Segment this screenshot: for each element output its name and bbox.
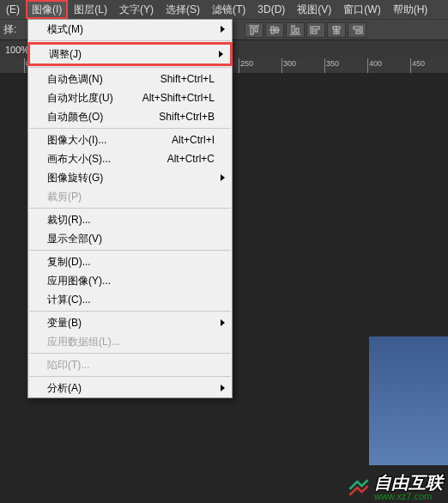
svg-rect-2 — [255, 27, 257, 32]
menu-mode[interactable]: 模式(M) — [28, 20, 232, 39]
image-menu-dropdown: 模式(M) 调整(J) 自动色调(N)Shift+Ctrl+L 自动对比度(U)… — [27, 19, 233, 398]
align-bottom-icon[interactable] — [286, 22, 305, 38]
menu-adjustments[interactable]: 调整(J) — [30, 45, 230, 64]
menu-duplicate[interactable]: 复制(D)... — [28, 252, 232, 271]
align-hcenter-icon[interactable] — [327, 22, 346, 38]
menu-reveal-all[interactable]: 显示全部(V) — [28, 229, 232, 248]
ruler-tick — [367, 58, 368, 73]
menu-view[interactable]: 视图(V) — [291, 0, 337, 19]
menu-item-label: 图像大小(I)... — [47, 133, 106, 148]
svg-rect-8 — [296, 28, 299, 33]
menu-item-label: 自动色调(N) — [47, 72, 103, 87]
align-left-icon[interactable] — [306, 22, 325, 38]
menu-item-label: 分析(A) — [47, 381, 82, 396]
menu-separator — [29, 311, 231, 312]
menu-auto-contrast[interactable]: 自动对比度(U)Alt+Shift+Ctrl+L — [28, 88, 232, 107]
ruler-tick — [239, 58, 239, 73]
menu-type[interactable]: 文字(Y) — [113, 0, 160, 19]
menu-item-label: 自动对比度(U) — [47, 91, 113, 106]
menu-help[interactable]: 帮助(H) — [387, 0, 434, 19]
watermark-text: 自由互联 — [374, 474, 443, 491]
menu-analysis[interactable]: 分析(A) — [28, 379, 232, 397]
menu-shortcut: Shift+Ctrl+B — [159, 111, 215, 123]
menu-item-label: 模式(M) — [47, 22, 83, 37]
menu-edit[interactable]: (E) — [0, 0, 26, 19]
ruler-tick — [24, 58, 25, 73]
menu-separator — [29, 353, 231, 354]
menu-trim[interactable]: 裁切(R)... — [28, 210, 232, 229]
menu-shortcut: Alt+Shift+Ctrl+L — [142, 92, 215, 104]
menu-auto-color[interactable]: 自动颜色(O)Shift+Ctrl+B — [28, 107, 232, 126]
menu-item-label: 自动颜色(O) — [47, 110, 103, 124]
menu-layer[interactable]: 图层(L) — [68, 0, 113, 19]
watermark: 自由互联 www.xz7.com — [347, 474, 443, 501]
zoom-value: 100% — [5, 45, 29, 55]
svg-rect-16 — [354, 27, 360, 29]
menu-apply-image[interactable]: 应用图像(Y)... — [28, 271, 232, 290]
menu-separator — [29, 250, 231, 251]
menu-image-rotation[interactable]: 图像旋转(G) — [28, 168, 232, 187]
watermark-logo-icon — [347, 476, 371, 500]
watermark-url: www.xz7.com — [374, 491, 443, 501]
menu-trap: 陷印(T)... — [28, 355, 232, 374]
highlight-box: 调整(J) — [27, 42, 233, 66]
menu-filter[interactable]: 滤镜(T) — [206, 0, 251, 19]
menu-item-label: 应用数据组(L)... — [47, 335, 120, 349]
menu-item-label: 画布大小(S)... — [47, 152, 111, 167]
menu-item-label: 显示全部(V) — [47, 232, 102, 246]
align-right-icon[interactable] — [348, 22, 366, 38]
submenu-arrow-icon — [221, 385, 225, 391]
svg-rect-7 — [292, 26, 294, 33]
menu-image-size[interactable]: 图像大小(I)...Alt+Ctrl+I — [28, 130, 232, 149]
menu-item-label: 复制(D)... — [47, 255, 91, 270]
svg-rect-1 — [251, 27, 253, 34]
menu-window[interactable]: 窗口(W) — [337, 0, 386, 19]
menu-shortcut: Alt+Ctrl+I — [172, 134, 215, 146]
menu-separator — [29, 376, 231, 377]
menu-item-label: 应用图像(Y)... — [47, 274, 111, 288]
menu-item-label: 调整(J) — [49, 47, 82, 62]
menu-shortcut: Shift+Ctrl+L — [160, 73, 215, 85]
submenu-arrow-icon — [219, 51, 223, 58]
menu-3d[interactable]: 3D(D) — [251, 0, 291, 19]
menu-item-label: 陷印(T)... — [47, 358, 89, 373]
ruler-tick — [282, 58, 282, 73]
menu-variables[interactable]: 变量(B) — [28, 313, 232, 332]
submenu-arrow-icon — [221, 174, 225, 181]
menu-apply-dataset: 应用数据组(L)... — [28, 332, 232, 351]
svg-rect-11 — [312, 31, 317, 33]
menu-item-label: 裁切(R)... — [47, 213, 91, 227]
menu-item-label: 变量(B) — [47, 316, 82, 330]
menu-item-label: 计算(C)... — [47, 293, 91, 307]
image-preview — [369, 336, 448, 465]
menu-auto-tone[interactable]: 自动色调(N)Shift+Ctrl+L — [28, 70, 232, 88]
menu-calculations[interactable]: 计算(C)... — [28, 290, 232, 309]
align-vcenter-icon[interactable] — [265, 22, 284, 38]
menu-separator — [29, 208, 231, 209]
menubar: (E) 图像(I) 图层(L) 文字(Y) 选择(S) 滤镜(T) 3D(D) … — [0, 0, 448, 19]
submenu-arrow-icon — [221, 26, 225, 33]
menu-item-label: 图像旋转(G) — [47, 171, 103, 185]
submenu-arrow-icon — [221, 319, 225, 326]
svg-rect-17 — [356, 31, 360, 33]
menu-separator — [29, 128, 231, 129]
menu-separator — [29, 67, 231, 68]
svg-rect-10 — [312, 27, 319, 29]
menu-item-label: 裁剪(P) — [47, 190, 82, 204]
menu-canvas-size[interactable]: 画布大小(S)...Alt+Ctrl+C — [28, 149, 232, 168]
menu-image[interactable]: 图像(I) — [26, 0, 68, 19]
menu-shortcut: Alt+Ctrl+C — [167, 153, 215, 165]
options-label: 择: — [3, 22, 16, 37]
ruler-tick — [324, 58, 325, 73]
menu-crop: 裁剪(P) — [28, 187, 232, 206]
ruler-tick — [410, 58, 411, 73]
menu-select[interactable]: 选择(S) — [160, 0, 206, 19]
menu-separator — [29, 40, 231, 41]
align-group — [245, 22, 366, 38]
align-top-icon[interactable] — [245, 22, 263, 38]
